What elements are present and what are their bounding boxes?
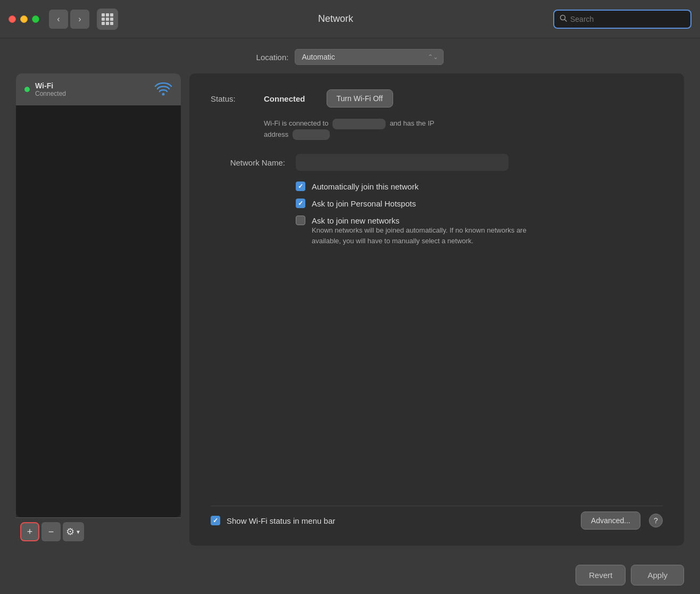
wifi-network-item[interactable]: Wi-Fi Connected [16, 73, 181, 105]
ip-blurred [293, 129, 330, 140]
forward-button[interactable]: › [70, 10, 89, 29]
checkmark-icon-2: ✓ [298, 200, 303, 207]
auto-join-checkbox[interactable]: ✓ [296, 182, 305, 191]
window-title: Network [123, 13, 548, 24]
gear-icon: ⚙ [66, 526, 74, 538]
revert-button[interactable]: Revert [576, 565, 626, 585]
network-info: Wi-Fi Connected [35, 81, 149, 97]
wifi-icon [154, 81, 172, 98]
add-network-button[interactable]: + [20, 522, 39, 541]
apply-button[interactable]: Apply [631, 565, 684, 585]
close-button[interactable] [9, 15, 16, 23]
right-panel: Status: Connected Turn Wi-Fi Off Wi-Fi i… [189, 73, 684, 546]
status-label: Status: [211, 94, 253, 103]
status-desc-part2: and has the IP [390, 119, 435, 127]
location-select[interactable]: Automatic Edit Locations... [295, 49, 444, 65]
left-panel: Wi-Fi Connected + − ⚙ ▼ [16, 73, 181, 546]
ask-new-checkbox[interactable] [296, 216, 305, 225]
search-bar[interactable] [553, 10, 691, 29]
ssid-blurred [332, 119, 386, 129]
network-name-field-label: Network Name: [211, 158, 285, 167]
status-desc-part1: Wi-Fi is connected to [264, 119, 328, 127]
status-dot [24, 87, 30, 92]
grid-button[interactable] [97, 9, 118, 30]
network-name-label: Wi-Fi [35, 81, 149, 90]
ask-new-label: Ask to join new networks [312, 216, 399, 225]
network-name-row: Network Name: [211, 154, 663, 171]
network-status-label: Connected [35, 90, 149, 97]
gear-chevron-icon: ▼ [76, 529, 81, 535]
main-content: Location: Automatic Edit Locations... ⌃⌄… [0, 38, 700, 556]
minimize-button[interactable] [20, 15, 28, 23]
ask-hotspot-row: ✓ Ask to join Personal Hotspots [296, 199, 663, 208]
help-button[interactable]: ? [649, 514, 663, 527]
show-wifi-checkbox[interactable]: ✓ [211, 516, 220, 525]
svg-point-2 [162, 93, 165, 96]
location-label: Location: [256, 53, 289, 62]
search-icon [560, 14, 567, 23]
panels: Wi-Fi Connected + − ⚙ ▼ [16, 73, 684, 546]
remove-network-button[interactable]: − [41, 522, 61, 541]
ask-hotspot-checkbox[interactable]: ✓ [296, 199, 305, 208]
location-row: Location: Automatic Edit Locations... ⌃⌄ [16, 49, 684, 65]
search-input[interactable] [570, 15, 685, 23]
nav-buttons: ‹ › [49, 10, 89, 29]
gear-button[interactable]: ⚙ ▼ [63, 522, 84, 541]
status-row: Status: Connected Turn Wi-Fi Off [211, 89, 663, 108]
checkmark-icon-3: ✓ [213, 517, 218, 524]
grid-icon [102, 13, 113, 25]
ask-new-row: Ask to join new networks [296, 216, 663, 225]
checkboxes-section: ✓ Automatically join this network ✓ Ask … [296, 182, 663, 246]
location-select-wrapper: Automatic Edit Locations... ⌃⌄ [295, 49, 444, 65]
network-list-empty [16, 105, 181, 517]
maximize-button[interactable] [32, 15, 39, 23]
page-footer: Revert Apply [0, 556, 700, 594]
left-panel-footer: + − ⚙ ▼ [16, 517, 181, 546]
ask-hotspot-label: Ask to join Personal Hotspots [312, 199, 416, 208]
bottom-row: ✓ Show Wi-Fi status in menu bar Advanced… [211, 506, 663, 530]
turn-wifi-button[interactable]: Turn Wi-Fi Off [327, 89, 393, 108]
network-name-input[interactable] [296, 154, 509, 171]
ask-new-section: Ask to join new networks Known networks … [296, 216, 663, 246]
traffic-lights [9, 15, 39, 23]
checkmark-icon: ✓ [298, 183, 303, 190]
show-wifi-row: ✓ Show Wi-Fi status in menu bar [211, 516, 572, 525]
auto-join-row: ✓ Automatically join this network [296, 182, 663, 191]
ask-new-hint: Known networks will be joined automatica… [312, 225, 535, 246]
svg-line-1 [565, 20, 567, 22]
status-value: Connected [264, 94, 305, 103]
advanced-button[interactable]: Advanced... [581, 512, 640, 530]
auto-join-label: Automatically join this network [312, 182, 419, 191]
show-wifi-label: Show Wi-Fi status in menu bar [227, 516, 335, 525]
back-button[interactable]: ‹ [49, 10, 68, 29]
title-bar: ‹ › Network [0, 0, 700, 38]
status-description: Wi-Fi is connected to and has the IP add… [264, 118, 663, 140]
